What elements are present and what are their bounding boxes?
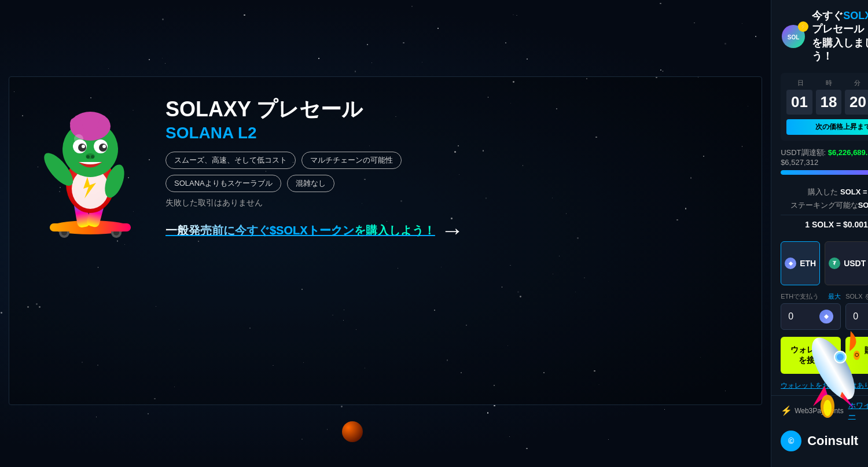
hero-note: 失敗した取引はありません: [165, 198, 744, 208]
mascot-svg: [32, 91, 148, 248]
hero-content: SOLAXY プレセール SOLANA L2 スムーズ、高速、そして低コスト マ…: [27, 89, 744, 251]
hero-title-sub: SOLANA L2: [165, 124, 744, 142]
pay-btn-usdt[interactable]: ₮ USDT: [825, 241, 868, 285]
countdown-day: 01: [786, 90, 812, 115]
web3-label: Web3Payments: [795, 407, 844, 415]
hero-cta-arrow: →: [441, 218, 464, 244]
raised-section: USDT調達額: $6,226,689.84 / $6,527,312: [771, 148, 868, 181]
tag-row-1: スムーズ、高速、そして低コスト マルチチェーンの可能性: [165, 152, 744, 169]
whitepaper-label: ホワイトペーパー: [848, 401, 868, 420]
buy-button[interactable]: ⬡ 購入する BNB: [845, 337, 868, 374]
purchased-text: 購入した SOLX = 0 ℹ: [781, 185, 868, 199]
solx-label-text: SOLX を受け取る: [845, 292, 868, 301]
hero-title-main: SOLAXY プレセール: [165, 95, 744, 124]
countdown-next-label: 次の価格上昇まで: [786, 119, 868, 135]
tag-multi: マルチチェーンの可能性: [301, 152, 402, 169]
tag-scalable: SOLANAよりもスケーラブル: [165, 175, 281, 192]
usdt-label: USDT: [844, 259, 866, 268]
progress-fill: [781, 170, 868, 175]
solx-input-group: SOLX を受け取る ∞: [845, 292, 868, 330]
svg-point-25: [91, 155, 94, 159]
whitepaper-link[interactable]: ホワイトペーパー: [848, 400, 868, 421]
svg-point-24: [86, 155, 90, 159]
raised-target: $6,527,312: [781, 158, 818, 167]
svg-point-22: [102, 145, 106, 148]
input-row: ETHで支払う 最大 ◆ SOLX を受け取る ∞: [781, 292, 868, 330]
coinsult-section: © Coinsult: [771, 426, 868, 458]
countdown-labels: 日 時 分 秒: [786, 79, 868, 87]
payment-buttons: ◆ ETH ₮ USDT カード: [781, 241, 868, 285]
eth-input-group: ETHで支払う 最大 ◆: [781, 292, 841, 330]
raised-label: USDT調達額:: [781, 148, 826, 157]
solx-receive-label: SOLX を受け取る: [845, 292, 868, 301]
hero-section: SOLAXY プレセール SOLANA L2 スムーズ、高速、そして低コスト マ…: [9, 76, 762, 405]
svg-point-26: [74, 134, 83, 144]
eth-coin-icon: ◆: [819, 310, 833, 323]
eth-icon: ◆: [785, 258, 796, 269]
eth-input-label: ETHで支払う 最大: [781, 292, 841, 301]
max-button[interactable]: 最大: [828, 292, 841, 301]
label-day: 日: [797, 79, 804, 87]
tag-fast: スムーズ、高速、そして低コスト: [165, 152, 296, 169]
staking-text: ステーキング可能なSOLX = 0 ℹ: [781, 198, 868, 212]
web3-badge: ⚡ Web3Payments: [781, 405, 844, 416]
solx-input-field[interactable]: ∞: [845, 303, 868, 330]
presale-title: 今すぐSOLXのプレセール を購入しましょう！: [812, 9, 868, 64]
solx-input[interactable]: [853, 311, 868, 322]
progress-bar: [781, 170, 868, 175]
tag-row-2: SOLANAよりもスケーラブル 混雑なし: [165, 175, 744, 192]
tag-nocongestion: 混雑なし: [287, 175, 334, 192]
bnb-icon: ⬡: [854, 351, 860, 360]
hero-cta-text: 一般発売前に今すぐ$SOLXトークンを購入しよう！: [165, 223, 435, 238]
hero-text: SOLAXY プレセール SOLANA L2 スムーズ、高速、そして低コスト マ…: [154, 95, 744, 244]
raised-amount: $6,226,689.84: [828, 148, 868, 157]
raised-text: USDT調達額: $6,226,689.84 / $6,527,312: [781, 148, 868, 167]
countdown-section: 日 時 分 秒 01 18 20 10 次の価格上昇まで: [781, 73, 868, 141]
svg-point-21: [82, 145, 85, 148]
usdt-icon: ₮: [829, 258, 840, 269]
pay-btn-eth[interactable]: ◆ ETH: [781, 241, 820, 285]
countdown-hour: 18: [816, 90, 842, 115]
hero-cta[interactable]: 一般発売前に今すぐ$SOLXトークンを購入しよう！ →: [165, 218, 744, 244]
eth-input-field[interactable]: ◆: [781, 303, 841, 330]
label-min: 分: [854, 79, 860, 87]
presale-header: SOL ⚡ 今すぐSOLXのプレセール を購入しましょう！: [771, 0, 868, 73]
svg-text:SOL: SOL: [788, 34, 800, 41]
connect-wallet-label: ウォレットを接続: [790, 345, 831, 365]
web3-section: ⚡ Web3Payments ホワイトペーパー: [771, 395, 868, 426]
web3-icon: ⚡: [781, 405, 792, 416]
label-hour: 時: [826, 79, 832, 87]
stats-divider: [781, 215, 868, 215]
countdown-min: 20: [845, 90, 868, 115]
coinsult-logo-icon: ©: [781, 431, 801, 451]
planet-icon: [342, 421, 363, 442]
price-text: 1 SOLX = $0.001582: [781, 218, 868, 232]
coinsult-name: Coinsult: [807, 433, 858, 448]
right-panel: 𝕏 ✈ SOL: [771, 0, 868, 467]
action-buttons: ウォレットを接続 ⬡ 購入する BNB: [781, 337, 868, 374]
mascot-container: [27, 89, 154, 251]
no-wallet-text: ウォレットをお持ちではありませんか？: [781, 381, 868, 389]
stats-section: 購入した SOLX = 0 ℹ ステーキング可能なSOLX = 0 ℹ 1 SO…: [771, 181, 868, 237]
countdown-values: 01 18 20 10: [786, 90, 868, 115]
eth-input[interactable]: [788, 311, 819, 322]
connect-wallet-button[interactable]: ウォレットを接続: [781, 337, 841, 374]
eth-label-text: ETHで支払う: [781, 292, 819, 301]
buy-label: 購入する BNB: [863, 345, 868, 365]
eth-label: ETH: [800, 259, 816, 268]
no-wallet-link[interactable]: ウォレットをお持ちではありませんか？: [771, 378, 868, 395]
